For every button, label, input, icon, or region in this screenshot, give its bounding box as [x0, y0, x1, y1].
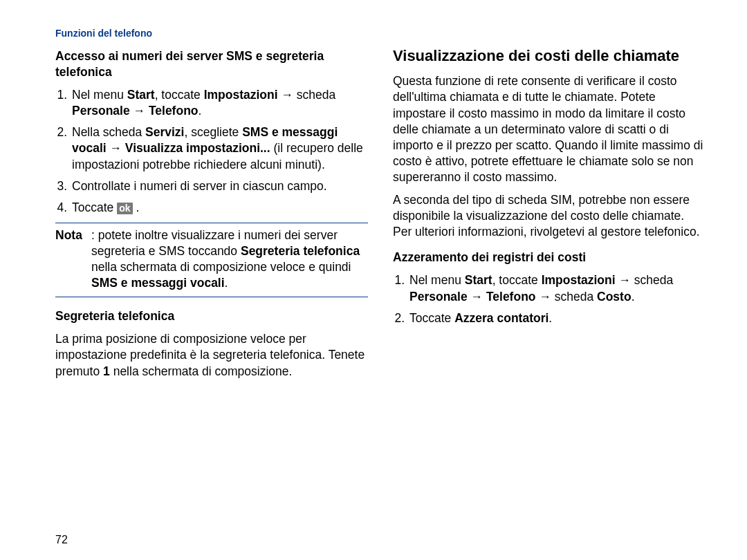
left-step-1: Nel menu Start, toccate Impostazioni → s… [71, 87, 368, 119]
page: Funzioni del telefono Accesso ai numeri … [0, 0, 747, 560]
text: . [631, 290, 635, 304]
text: → [130, 104, 149, 118]
right-paragraph-1: Questa funzione di rete consente di veri… [393, 73, 706, 185]
text: Nel menu [72, 88, 127, 102]
text: . [548, 311, 552, 325]
text-bold: Azzera contatori [454, 311, 548, 325]
text-bold: Costo [597, 290, 631, 304]
columns: Accesso ai numeri dei server SMS e segre… [55, 44, 706, 528]
text: , toccate [492, 273, 542, 287]
text-bold: Telefono [486, 290, 536, 304]
text: Nel menu [409, 273, 465, 287]
right-steps: Nel menu Start, toccate Impostazioni → s… [393, 272, 706, 326]
text: , toccate [155, 88, 204, 102]
right-step-1: Nel menu Start, toccate Impostazioni → s… [408, 272, 706, 304]
text: , scegliete [184, 125, 242, 139]
right-heading-1: Visualizzazione dei costi delle chiamate [393, 47, 706, 65]
text-bold: SMS e messaggi vocali [91, 276, 225, 290]
left-step-3: Controllate i numeri di server in ciascu… [71, 178, 368, 194]
page-number: 72 [55, 528, 706, 546]
left-heading-2: Segreteria telefonica [55, 308, 368, 324]
text: Toccate [409, 311, 454, 325]
text: nella schermata di composizione. [110, 364, 293, 378]
text-bold: 1 [103, 364, 110, 378]
left-step-4: Toccate ok . [71, 200, 368, 216]
note-body: : potete inoltre visualizzare i numeri d… [55, 227, 368, 291]
left-column: Accesso ai numeri dei server SMS e segre… [55, 44, 368, 528]
right-step-2: Toccate Azzera contatori. [408, 310, 706, 326]
text-bold: Impostazioni [204, 88, 278, 102]
text: → scheda [278, 88, 336, 102]
text-bold: Personale [409, 290, 468, 304]
note-label: Nota [55, 227, 91, 243]
left-step-2: Nella scheda Servizi, scegliete SMS e me… [71, 124, 368, 172]
left-steps: Nel menu Start, toccate Impostazioni → s… [55, 87, 368, 216]
text: . [225, 276, 228, 290]
text-bold: Impostazioni [542, 273, 616, 287]
text: Nella scheda [72, 125, 145, 139]
text: → scheda [536, 290, 598, 304]
text: . [136, 200, 139, 214]
right-paragraph-2: A seconda del tipo di scheda SIM, potreb… [393, 192, 706, 240]
left-heading-1: Accesso ai numeri dei server SMS e segre… [55, 48, 368, 80]
text: → [468, 290, 486, 304]
section-header: Funzioni del telefono [55, 28, 706, 39]
text-bold: Telefono [149, 104, 199, 118]
text-bold: Visualizza impostazioni... [125, 141, 270, 155]
right-heading-2: Azzeramento dei registri dei costi [393, 250, 706, 265]
text: . [199, 104, 202, 118]
note-divider-bottom [55, 297, 368, 297]
left-paragraph-2: La prima posizione di composizione veloc… [55, 331, 368, 379]
text: → [107, 141, 125, 155]
text: nella schermata di composizione veloce e… [91, 260, 351, 274]
text: → scheda [616, 273, 674, 287]
text: Toccate [72, 200, 117, 214]
text-bold: Servizi [145, 125, 184, 139]
ok-icon: ok [117, 203, 132, 214]
text-bold: Start [465, 273, 492, 287]
note-divider-top [55, 223, 368, 223]
text-bold: Segreteria telefonica [241, 244, 360, 258]
note-block: Nota : potete inoltre visualizzare i num… [55, 227, 368, 291]
right-column: Visualizzazione dei costi delle chiamate… [393, 44, 706, 528]
text-bold: Start [127, 88, 155, 102]
text-bold: Personale [72, 104, 130, 118]
